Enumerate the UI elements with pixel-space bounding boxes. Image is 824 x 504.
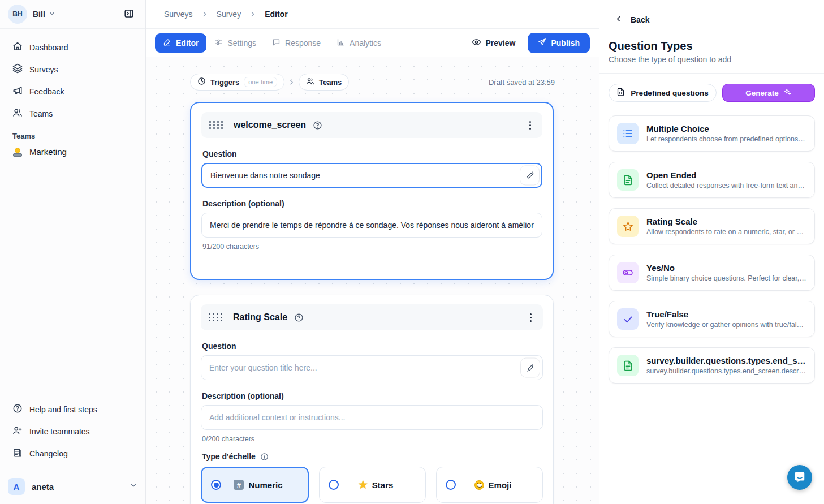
file-code-icon xyxy=(616,88,625,98)
scale-option-stars[interactable]: ★Stars xyxy=(319,467,426,503)
description-input[interactable] xyxy=(201,405,543,430)
question-type-description: Simple binary choice questions. Perfect … xyxy=(646,274,806,282)
edit-pencil-icon xyxy=(163,38,171,48)
info-circle-icon[interactable] xyxy=(260,453,269,461)
sidebar-item-marketing[interactable]: Marketing xyxy=(0,143,145,161)
generate-button[interactable]: Generate xyxy=(722,84,815,102)
description-field-label: Description (optional) xyxy=(202,391,543,400)
panel-actions: Predefined questions Generate xyxy=(609,84,815,102)
triggers-chip[interactable]: Triggers one-time xyxy=(190,74,284,91)
drag-handle-icon[interactable] xyxy=(209,121,223,129)
description-field-label: Description (optional) xyxy=(202,199,542,208)
star-emoji-icon: ★ xyxy=(359,480,368,490)
question-field-label: Question xyxy=(202,149,542,158)
description-input[interactable] xyxy=(201,213,542,238)
chat-messenger-icon xyxy=(793,471,806,485)
question-type-title: Open Ended xyxy=(646,170,806,180)
sidebar-item-label: Teams xyxy=(29,109,53,118)
chevron-down-icon xyxy=(130,481,137,492)
users-icon xyxy=(306,77,314,87)
sidebar-item-dashboard[interactable]: Dashboard xyxy=(7,37,139,58)
question-type-description: Collect detailed responses with free-for… xyxy=(646,182,806,189)
question-field-label: Question xyxy=(202,342,543,351)
preview-label: Preview xyxy=(486,38,516,48)
question-card-title: welcome_screen xyxy=(234,120,306,130)
sidebar-item-surveys[interactable]: Surveys xyxy=(7,59,139,80)
scale-option-emoji[interactable]: Emoji xyxy=(436,467,543,503)
preview-button[interactable]: Preview xyxy=(465,33,523,53)
magic-wand-button[interactable] xyxy=(520,358,540,378)
question-card-rating-scale[interactable]: Rating Scale Question Description (optio… xyxy=(190,295,554,504)
chevron-left-icon xyxy=(614,15,623,25)
question-type-true-false[interactable]: True/False Verify knowledge or gather op… xyxy=(609,301,815,337)
sidebar-item-feedback[interactable]: Feedback xyxy=(7,81,139,102)
publish-button[interactable]: Publish xyxy=(528,33,590,53)
help-circle-icon[interactable] xyxy=(294,313,304,322)
clock-icon xyxy=(197,77,206,87)
tab-settings[interactable]: Settings xyxy=(206,33,264,53)
card-menu-kebab-icon[interactable] xyxy=(526,118,534,133)
sidebar-footer: Help and first steps Invite teammates Ch… xyxy=(0,393,145,465)
question-title-input[interactable] xyxy=(201,355,543,380)
collapse-sidebar-button[interactable] xyxy=(120,6,137,23)
sidebar-item-changelog[interactable]: Changelog xyxy=(7,443,139,464)
chevron-right-icon xyxy=(249,10,257,18)
sidebar-nav: Dashboard Surveys Feedback Teams xyxy=(0,29,145,125)
character-count: 0/200 characters xyxy=(202,435,543,443)
breadcrumb-surveys[interactable]: Surveys xyxy=(164,10,193,19)
document-icon xyxy=(617,355,639,376)
question-card-welcome-screen[interactable]: welcome_screen Question Description (opt… xyxy=(190,102,554,280)
question-type-open-ended[interactable]: Open Ended Collect detailed responses wi… xyxy=(609,162,815,198)
question-type-end-screen[interactable]: survey.builder.questions.types.end_scr..… xyxy=(609,347,815,384)
sidebar: BH Bill Dashboard Surv xyxy=(0,0,146,504)
teams-chip[interactable]: Teams xyxy=(299,74,349,91)
magic-wand-button[interactable] xyxy=(520,166,540,186)
technologist-emoji-icon xyxy=(12,148,23,157)
tab-response[interactable]: Response xyxy=(264,33,329,53)
breadcrumb-survey[interactable]: Survey xyxy=(217,10,241,19)
back-button[interactable]: Back xyxy=(609,15,815,25)
back-label: Back xyxy=(631,15,649,24)
sidebar-user-row[interactable]: BH Bill xyxy=(0,0,145,29)
send-icon xyxy=(538,38,546,48)
sidebar-item-teams[interactable]: Teams xyxy=(7,103,139,124)
publish-label: Publish xyxy=(551,38,580,48)
question-type-rating-scale[interactable]: Rating Scale Allow respondents to rate o… xyxy=(609,208,815,244)
scale-option-label: Emoji xyxy=(489,480,512,490)
bar-chart-icon xyxy=(336,38,345,48)
question-type-multiple-choice[interactable]: Multiple Choice Let respondents choose f… xyxy=(609,115,815,152)
scale-option-numeric[interactable]: #Numeric xyxy=(201,467,309,503)
sidebar-item-help[interactable]: Help and first steps xyxy=(7,399,139,420)
toggle-icon xyxy=(617,262,639,283)
triggers-label: Triggers xyxy=(210,78,239,87)
workspace-avatar: A xyxy=(8,478,25,495)
workspace-switcher[interactable]: A aneta xyxy=(0,471,145,504)
user-plus-icon xyxy=(12,425,23,437)
teams-chip-label: Teams xyxy=(319,78,342,87)
question-type-title: True/False xyxy=(646,309,806,319)
question-type-yes-no[interactable]: Yes/No Simple binary choice questions. P… xyxy=(609,255,815,291)
question-type-title: Multiple Choice xyxy=(646,124,806,133)
drag-handle-icon[interactable] xyxy=(209,313,223,321)
question-type-title: Rating Scale xyxy=(646,217,806,226)
tab-editor[interactable]: Editor xyxy=(155,33,206,53)
predefined-questions-button[interactable]: Predefined questions xyxy=(609,84,717,102)
list-icon xyxy=(617,123,639,144)
help-circle-icon[interactable] xyxy=(313,120,322,130)
canvas-header: Triggers one-time Teams Draft saved at 2… xyxy=(190,74,555,91)
tab-analytics[interactable]: Analytics xyxy=(329,33,389,53)
check-icon xyxy=(617,308,639,330)
question-types-panel: Back Question Types Choose the type of q… xyxy=(599,0,824,504)
document-icon xyxy=(617,169,639,191)
home-icon xyxy=(12,41,23,53)
card-menu-kebab-icon[interactable] xyxy=(527,310,535,325)
question-card-header: welcome_screen xyxy=(201,112,542,138)
tab-label: Analytics xyxy=(350,38,381,48)
sidebar-item-invite[interactable]: Invite teammates xyxy=(7,421,139,442)
question-card-title: Rating Scale xyxy=(233,312,287,322)
chat-launcher-button[interactable] xyxy=(787,465,812,490)
main-column: Surveys Survey Editor Editor Setting xyxy=(146,0,599,504)
question-type-description: survey.builder.questions.types.end_scree… xyxy=(646,367,806,375)
generate-label: Generate xyxy=(745,89,779,97)
question-title-input[interactable] xyxy=(201,163,542,188)
